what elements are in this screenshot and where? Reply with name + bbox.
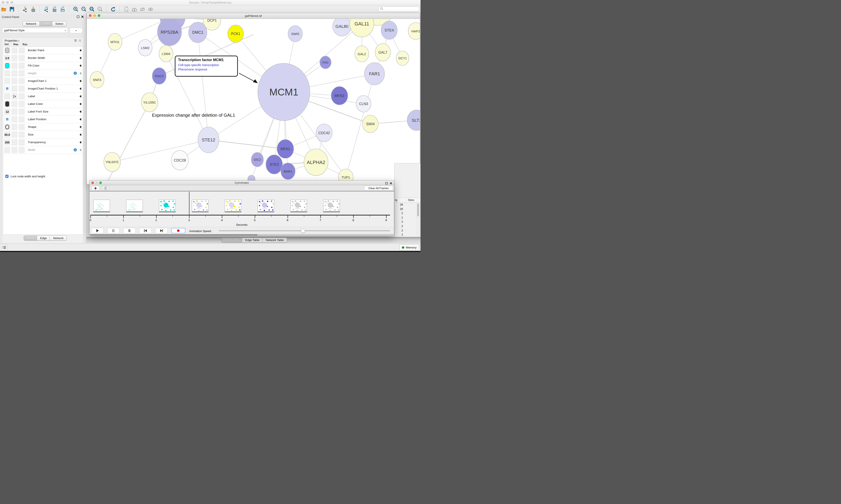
graph-node-alpha2[interactable]: ALPHA2 bbox=[304, 149, 328, 176]
default-value-cell[interactable] bbox=[4, 116, 10, 122]
graph-node-gal7[interactable]: GAL7 bbox=[375, 43, 391, 61]
delete-frame-button[interactable] bbox=[102, 186, 109, 191]
graph-node-mfa1[interactable]: MFA1 bbox=[277, 140, 294, 158]
timeline-playhead[interactable] bbox=[189, 192, 190, 215]
default-value-cell[interactable] bbox=[4, 93, 10, 99]
default-value-cell[interactable]: 50.0 bbox=[4, 132, 10, 138]
graph-node-swi5[interactable]: SWI5 bbox=[288, 25, 302, 42]
show-panel-icon[interactable] bbox=[148, 6, 153, 13]
mapping-cell[interactable] bbox=[12, 78, 17, 84]
lock-checkbox[interactable] bbox=[5, 175, 8, 178]
animation-frame-thumbnail[interactable] bbox=[323, 200, 340, 212]
task-history-button[interactable] bbox=[1, 245, 7, 250]
stop-button[interactable] bbox=[123, 228, 136, 233]
close-panel-icon[interactable] bbox=[390, 181, 392, 185]
graph-node-gcy1[interactable]: GCY1 bbox=[396, 51, 409, 66]
slider-knob[interactable] bbox=[301, 229, 305, 233]
graph-node-mfa2[interactable]: MFA2 bbox=[331, 87, 348, 105]
mapping-cell[interactable] bbox=[12, 147, 17, 153]
tab-network[interactable]: Network bbox=[23, 21, 40, 26]
mapping-cell[interactable] bbox=[12, 48, 17, 53]
skip-end-button[interactable] bbox=[155, 228, 167, 233]
network-snapshot-icon[interactable] bbox=[123, 6, 129, 13]
bypass-cell[interactable] bbox=[19, 101, 24, 107]
zoom-selected-icon[interactable] bbox=[97, 6, 103, 13]
cyanimator-titlebar[interactable]: CyAnimator bbox=[90, 181, 394, 185]
bypass-cell[interactable] bbox=[19, 48, 24, 53]
expand-property-icon[interactable] bbox=[79, 65, 81, 67]
bypass-cell[interactable] bbox=[19, 78, 24, 84]
export-image-icon[interactable] bbox=[59, 6, 65, 13]
expand-property-icon[interactable] bbox=[79, 103, 81, 105]
expand-all-icon[interactable] bbox=[74, 39, 77, 43]
mapping-cell[interactable] bbox=[12, 63, 17, 69]
animation-frame-thumbnail[interactable] bbox=[225, 200, 241, 212]
property-row-image-chart-position-1[interactable]: Image/Chart Position 1 bbox=[3, 85, 83, 93]
save-session-icon[interactable] bbox=[9, 6, 15, 13]
graph-node-lsm2[interactable]: LSM2 bbox=[138, 39, 152, 56]
tab-edge-table[interactable]: Edge Table bbox=[242, 238, 263, 242]
bypass-cell[interactable] bbox=[19, 124, 24, 130]
property-row-transparency[interactable]: 255Transparency bbox=[3, 139, 83, 146]
graph-node-cdc28[interactable]: CDC28 bbox=[171, 150, 189, 170]
animation-frame-thumbnail[interactable] bbox=[159, 200, 176, 212]
mapping-cell[interactable] bbox=[12, 71, 17, 76]
zoom-in-icon[interactable] bbox=[73, 6, 78, 13]
export-network-icon[interactable] bbox=[43, 6, 49, 13]
property-row-shape[interactable]: Shape bbox=[3, 123, 83, 131]
default-value-cell[interactable] bbox=[4, 48, 10, 53]
zoom-out-icon[interactable] bbox=[81, 6, 87, 13]
annotation-link[interactable]: Pheromone response bbox=[178, 67, 235, 72]
table-scrollbar[interactable] bbox=[417, 203, 420, 236]
mapping-cell[interactable] bbox=[12, 101, 17, 107]
bypass-cell[interactable] bbox=[19, 147, 24, 153]
info-icon[interactable]: i bbox=[74, 148, 77, 151]
default-value-cell[interactable] bbox=[4, 147, 10, 153]
graph-node-gal11[interactable]: GAL11 bbox=[350, 19, 374, 37]
graph-node-pck1[interactable]: PCK1 bbox=[228, 25, 244, 42]
apply-layout-icon[interactable] bbox=[110, 6, 116, 13]
export-table-icon[interactable] bbox=[52, 6, 57, 13]
graph-node-bar1[interactable]: BAR1 bbox=[281, 163, 295, 180]
graph-node-yil105c[interactable]: YIL105C bbox=[141, 93, 158, 112]
mapping-cell[interactable] bbox=[12, 140, 17, 145]
collapse-all-icon[interactable] bbox=[78, 39, 82, 43]
style-target-tab-edge[interactable]: Edge bbox=[37, 236, 50, 240]
tab-select[interactable]: Select bbox=[52, 21, 66, 26]
annotation-link[interactable]: Cell-type-specific transcription bbox=[178, 63, 235, 67]
mapping-cell[interactable] bbox=[12, 124, 17, 130]
import-network-icon[interactable] bbox=[22, 6, 28, 13]
cyanimator-scrollbar[interactable] bbox=[90, 234, 394, 236]
expand-property-icon[interactable] bbox=[79, 80, 81, 82]
tab-style[interactable]: Style bbox=[40, 21, 52, 26]
expand-property-icon[interactable] bbox=[79, 149, 81, 151]
graph-node-ynl047c[interactable]: YNL047C bbox=[104, 152, 121, 172]
bypass-cell[interactable] bbox=[19, 55, 24, 61]
animation-speed-slider[interactable] bbox=[219, 230, 390, 231]
property-row-fill-color[interactable]: Fill Color bbox=[3, 62, 83, 70]
graph-node-cln3[interactable]: CLN3 bbox=[356, 95, 371, 112]
mapping-cell[interactable] bbox=[12, 116, 17, 122]
tab-node-table[interactable]: Node Table bbox=[221, 238, 242, 242]
expand-property-icon[interactable] bbox=[79, 72, 81, 75]
graph-node-mth1[interactable]: MTH1 bbox=[108, 33, 122, 50]
graph-node-gal2[interactable]: GAL2 bbox=[355, 46, 369, 62]
default-value-cell[interactable]: 12 bbox=[4, 109, 10, 114]
bypass-cell[interactable] bbox=[19, 132, 24, 138]
default-value-cell[interactable] bbox=[4, 86, 10, 91]
graph-node-snf3[interactable]: SNF3 bbox=[90, 71, 104, 88]
property-row-border-paint[interactable]: Border Paint bbox=[3, 47, 83, 54]
graph-node-ste4[interactable]: STE4 bbox=[381, 21, 397, 39]
graph-node-gal80[interactable]: GAL80 bbox=[333, 19, 351, 36]
animation-frame-thumbnail[interactable] bbox=[93, 200, 110, 212]
expand-property-icon[interactable] bbox=[79, 141, 81, 144]
pause-button[interactable] bbox=[107, 228, 120, 233]
bypass-cell[interactable] bbox=[19, 116, 24, 122]
graph-node-far1[interactable]: FAR1 bbox=[364, 62, 384, 85]
property-row-label-position[interactable]: Label Position bbox=[3, 115, 83, 123]
network-window-titlebar[interactable]: galFiltered.sif bbox=[87, 13, 420, 19]
play-button[interactable] bbox=[91, 228, 104, 233]
graph-node-hap2[interactable]: HAP2 bbox=[408, 22, 420, 40]
graph-node-slt2[interactable]: SLT2 bbox=[407, 110, 420, 130]
animation-frame-thumbnail[interactable] bbox=[257, 200, 274, 212]
